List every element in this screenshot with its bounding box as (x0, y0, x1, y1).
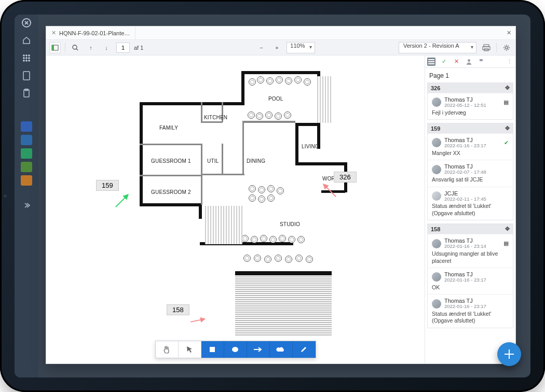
avatar (432, 165, 441, 174)
tool-arrow[interactable] (247, 341, 270, 358)
room-living: LIVING (302, 144, 319, 149)
rail-module-3[interactable] (21, 148, 32, 159)
svg-point-1 (23, 55, 25, 57)
avatar (432, 272, 441, 282)
avatar (432, 299, 441, 309)
toolbar: ↑ ↓ af 1 − + 110% Version 2 - Revision A (46, 40, 515, 55)
room-pool: POOL (268, 96, 283, 102)
svg-point-9 (29, 60, 30, 62)
svg-rect-14 (52, 45, 54, 50)
rail-home-icon[interactable] (21, 35, 32, 46)
svg-point-15 (73, 45, 77, 49)
zoom-out-button[interactable]: − (255, 42, 267, 53)
rail-module-1[interactable] (21, 121, 32, 132)
move-icon[interactable]: ✥ (505, 125, 510, 132)
drawing-canvas[interactable]: FAMILY KITCHEN POOL GUESSROOM 1 GUESSROO… (46, 55, 425, 363)
page-down-icon[interactable]: ↓ (101, 42, 112, 53)
annotations-filter-bar: ✓ ✕ ⋮ (425, 55, 515, 68)
panel-menu-icon[interactable]: ⋮ (505, 58, 513, 66)
svg-rect-10 (23, 72, 30, 80)
tablet-screen: ✕ HQNN-F-99-02-01-Plante… ✕ ↑ ↓ af 1 − +… (15, 15, 530, 377)
avatar (432, 138, 441, 147)
room-guest1: GUESSROOM 1 (151, 158, 191, 164)
filter-flag-icon[interactable] (477, 58, 485, 66)
tool-pencil[interactable] (293, 341, 316, 358)
svg-point-7 (23, 60, 25, 62)
annotations-panel: ✓ ✕ ⋮ Page 1 326✥ Thomas TJ2022 (425, 55, 515, 363)
check-icon: ✔ (504, 139, 509, 146)
zoom-in-button[interactable]: + (271, 42, 282, 53)
move-icon[interactable]: ✥ (505, 226, 510, 232)
filter-list-icon[interactable] (427, 58, 435, 66)
annotation-326[interactable]: 326✥ Thomas TJ2022-05-12 - 12:51▦ Fejl i… (427, 82, 513, 120)
window-close-icon[interactable]: ✕ (502, 26, 515, 39)
tablet-frame: ✕ HQNN-F-99-02-01-Plante… ✕ ↑ ↓ af 1 − +… (0, 0, 545, 392)
room-util: UTIL (207, 158, 219, 164)
svg-rect-23 (210, 347, 215, 352)
gear-icon[interactable] (501, 42, 512, 53)
svg-point-2 (26, 55, 28, 57)
svg-rect-17 (483, 47, 490, 50)
room-studio: STUDIO (280, 221, 300, 227)
annotation-159[interactable]: 159✥ Thomas TJ2022-01-16 - 23:17✔ Mangle… (427, 123, 513, 220)
search-icon[interactable] (70, 42, 81, 53)
svg-point-5 (26, 58, 28, 59)
calendar-icon: ▦ (503, 240, 509, 247)
svg-point-28 (468, 59, 470, 62)
floor-plan: FAMILY KITCHEN POOL GUESSROOM 1 GUESSROO… (140, 71, 347, 361)
document-tab[interactable]: ✕ HQNN-F-99-02-01-Plante… (46, 26, 135, 39)
calendar-icon: ▦ (503, 99, 509, 106)
filter-rejected-icon[interactable]: ✕ (452, 58, 460, 66)
arrow-red-icon (320, 181, 338, 199)
version-select[interactable]: Version 2 - Revision A (399, 42, 476, 53)
filter-done-icon[interactable]: ✓ (440, 58, 448, 66)
svg-rect-27 (428, 63, 434, 64)
rail-logo-icon[interactable] (21, 18, 32, 28)
rail-grid-icon[interactable] (21, 53, 32, 63)
annotation-158[interactable]: 158✥ Thomas TJ2022-01-16 - 23:14▦ Udsugn… (427, 223, 513, 328)
avatar (432, 191, 441, 201)
filter-user-icon[interactable] (465, 58, 473, 66)
print-icon[interactable] (481, 42, 492, 53)
zoom-select[interactable]: 110% (287, 42, 315, 53)
tab-title: HQNN-F-99-02-01-Plante… (59, 30, 130, 36)
svg-line-20 (116, 194, 128, 207)
tool-ellipse[interactable] (224, 341, 247, 358)
rail-doc-icon[interactable] (21, 71, 32, 81)
page-up-icon[interactable]: ↑ (85, 42, 97, 53)
marker-158[interactable]: 158 (167, 304, 189, 315)
arrow-red2-icon (189, 312, 207, 329)
fab-add-button[interactable] (497, 342, 521, 366)
annotations-list[interactable]: Page 1 326✥ Thomas TJ2022-05-12 - 12:51▦… (425, 68, 515, 363)
rail-clipboard-icon[interactable] (21, 88, 32, 99)
move-icon[interactable]: ✥ (505, 85, 510, 91)
rail-module-2[interactable] (21, 135, 32, 145)
tool-select[interactable] (179, 341, 201, 358)
rail-expand-icon[interactable] (21, 200, 32, 211)
annotation-tool-dock (155, 341, 316, 358)
room-guest2: GUESSROOM 2 (151, 189, 191, 195)
room-kitchen: KITCHEN (204, 115, 227, 120)
tab-bar: ✕ HQNN-F-99-02-01-Plante… ✕ (46, 26, 515, 40)
document-window: ✕ HQNN-F-99-02-01-Plante… ✕ ↑ ↓ af 1 − +… (46, 26, 516, 364)
svg-line-22 (190, 319, 205, 322)
rail-module-4[interactable] (21, 162, 32, 172)
tab-close-icon[interactable]: ✕ (51, 30, 56, 36)
svg-point-4 (23, 58, 25, 59)
avatar (432, 97, 441, 107)
room-dining: DINING (247, 158, 265, 164)
svg-line-21 (323, 184, 336, 197)
avatar (432, 239, 441, 248)
svg-rect-26 (428, 61, 434, 62)
page-number-input[interactable] (116, 43, 130, 53)
tool-cloud[interactable] (270, 341, 293, 358)
tool-pan[interactable] (156, 341, 179, 358)
room-family: FAMILY (159, 125, 178, 131)
svg-point-24 (232, 347, 238, 352)
tool-rectangle[interactable] (201, 341, 224, 358)
sidebar-toggle-button[interactable] (49, 42, 61, 53)
svg-point-6 (29, 58, 30, 59)
marker-159[interactable]: 159 (96, 180, 119, 191)
rail-module-5[interactable] (21, 175, 32, 186)
page-heading: Page 1 (426, 70, 514, 82)
